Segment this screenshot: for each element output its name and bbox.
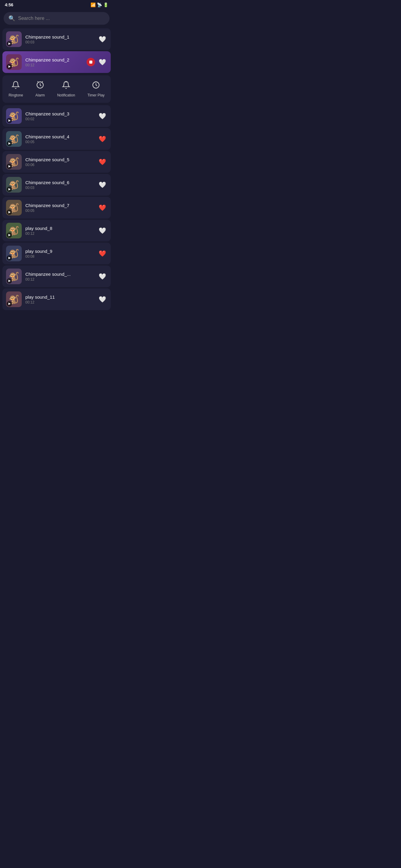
sound-name: Chimpanzee sound_2 (25, 57, 83, 62)
play-overlay-icon (7, 164, 12, 169)
action-ringtone[interactable]: Ringtone (5, 79, 27, 99)
sound-thumbnail: 🐒 (6, 154, 22, 170)
timerplay-icon (92, 81, 100, 91)
favorite-button[interactable]: 🤍 (97, 34, 107, 44)
sound-name: play sound_8 (25, 226, 94, 231)
sound-duration: 00:05 (25, 209, 94, 213)
search-icon: 🔍 (8, 15, 15, 22)
sound-actions: ❤️ (97, 249, 107, 258)
sound-actions: 🤍 (97, 180, 107, 190)
play-overlay-icon (7, 118, 12, 123)
stop-icon (89, 61, 92, 64)
play-overlay-icon (7, 278, 12, 284)
sound-name: play sound_9 (25, 249, 94, 254)
sound-duration: 00:06 (25, 163, 94, 167)
action-notification[interactable]: Notification (53, 79, 79, 99)
sound-item[interactable]: 🐒Chimpanzee sound_...00:12🤍 (2, 266, 111, 287)
svg-line-1 (37, 82, 38, 82)
sound-info: play sound_800:12 (25, 226, 94, 236)
sound-duration: 00:05 (25, 140, 94, 144)
favorite-button[interactable]: 🤍 (97, 57, 107, 67)
play-overlay-icon (7, 301, 12, 307)
sound-actions: 🤍 (97, 34, 107, 44)
favorite-button[interactable]: 🤍 (97, 272, 107, 281)
sound-thumbnail: 🐒 (6, 269, 22, 284)
favorite-button[interactable]: 🤍 (97, 226, 107, 236)
play-overlay-icon (7, 64, 12, 69)
sound-duration: 00:12 (25, 63, 83, 67)
play-overlay-icon (7, 41, 12, 46)
sound-name: Chimpanzee sound_6 (25, 180, 94, 185)
status-time: 4:56 (5, 2, 13, 7)
sound-list: 🐒Chimpanzee sound_100:03🤍🐒Chimpanzee sou… (0, 28, 113, 310)
sound-thumbnail: 🐒 (6, 246, 22, 261)
sound-actions: 🤍 (97, 272, 107, 281)
favorite-button[interactable]: ❤️ (97, 134, 107, 144)
sound-item[interactable]: 🐒Chimpanzee sound_600:03🤍 (2, 174, 111, 195)
sound-duration: 00:12 (25, 300, 94, 304)
favorite-button[interactable]: ❤️ (97, 203, 107, 213)
sound-info: play sound_900:08 (25, 249, 94, 258)
sound-info: Chimpanzee sound_700:05 (25, 203, 94, 213)
alarm-icon (36, 81, 45, 91)
stop-button[interactable] (87, 58, 95, 66)
sound-actions: 🤍 (97, 111, 107, 121)
sound-item[interactable]: 🐒play sound_800:12🤍 (2, 220, 111, 241)
signal-icon: 📡 (97, 2, 102, 7)
favorite-button[interactable]: 🤍 (97, 294, 107, 304)
sound-actions: ❤️ (97, 157, 107, 167)
action-panel: RingtoneAlarmNotificationTimer Play (2, 75, 111, 103)
sound-duration: 00:12 (25, 277, 94, 281)
sound-info: Chimpanzee sound_600:03 (25, 180, 94, 190)
sound-info: Chimpanzee sound_...00:12 (25, 272, 94, 281)
play-overlay-icon (7, 210, 12, 215)
sound-thumbnail: 🐒 (6, 108, 22, 124)
favorite-button[interactable]: 🤍 (97, 180, 107, 190)
sound-duration: 00:12 (25, 231, 94, 236)
sound-info: Chimpanzee sound_300:02 (25, 111, 94, 121)
sound-actions: 🤍 (97, 294, 107, 304)
action-alarm[interactable]: Alarm (32, 79, 48, 99)
sound-item[interactable]: 🐒Chimpanzee sound_200:12🤍 (2, 51, 111, 73)
play-overlay-icon (7, 255, 12, 261)
sound-name: Chimpanzee sound_1 (25, 34, 94, 39)
sound-actions: 🤍 (97, 226, 107, 236)
sound-name: play sound_11 (25, 294, 94, 300)
sound-name: Chimpanzee sound_7 (25, 203, 94, 208)
search-input[interactable] (18, 16, 105, 21)
sound-info: Chimpanzee sound_400:05 (25, 134, 94, 144)
play-overlay-icon (7, 141, 12, 146)
wifi-icon: 📶 (90, 2, 96, 7)
sound-duration: 00:03 (25, 40, 94, 44)
sound-duration: 00:03 (25, 186, 94, 190)
sound-actions: ❤️ (97, 134, 107, 144)
sound-info: Chimpanzee sound_200:12 (25, 57, 83, 67)
sound-thumbnail: 🐒 (6, 54, 22, 70)
sound-item[interactable]: 🐒play sound_900:08❤️ (2, 243, 111, 264)
sound-thumbnail: 🐒 (6, 131, 22, 147)
timerplay-label: Timer Play (87, 93, 105, 97)
sound-item[interactable]: 🐒Chimpanzee sound_700:05❤️ (2, 197, 111, 218)
search-bar[interactable]: 🔍 (4, 12, 110, 25)
notification-icon (62, 81, 70, 91)
sound-item[interactable]: 🐒Chimpanzee sound_500:06❤️ (2, 151, 111, 173)
sound-info: Chimpanzee sound_100:03 (25, 34, 94, 44)
favorite-button[interactable]: ❤️ (97, 249, 107, 258)
favorite-button[interactable]: 🤍 (97, 111, 107, 121)
sound-item[interactable]: 🐒Chimpanzee sound_300:02🤍 (2, 105, 111, 127)
action-timerplay[interactable]: Timer Play (84, 79, 108, 99)
svg-line-2 (42, 82, 42, 82)
favorite-button[interactable]: ❤️ (97, 157, 107, 167)
sound-actions: ❤️ (97, 203, 107, 213)
ringtone-icon (11, 81, 20, 91)
sound-name: Chimpanzee sound_3 (25, 111, 94, 116)
sound-thumbnail: 🐒 (6, 177, 22, 193)
battery-icon: 🔋 (103, 2, 108, 7)
sound-item[interactable]: 🐒Chimpanzee sound_100:03🤍 (2, 28, 111, 50)
sound-name: Chimpanzee sound_5 (25, 157, 94, 162)
sound-thumbnail: 🐒 (6, 223, 22, 239)
sound-info: Chimpanzee sound_500:06 (25, 157, 94, 167)
sound-item[interactable]: 🐒play sound_1100:12🤍 (2, 288, 111, 310)
sound-item[interactable]: 🐒Chimpanzee sound_400:05❤️ (2, 128, 111, 150)
svg-point-3 (66, 82, 66, 82)
